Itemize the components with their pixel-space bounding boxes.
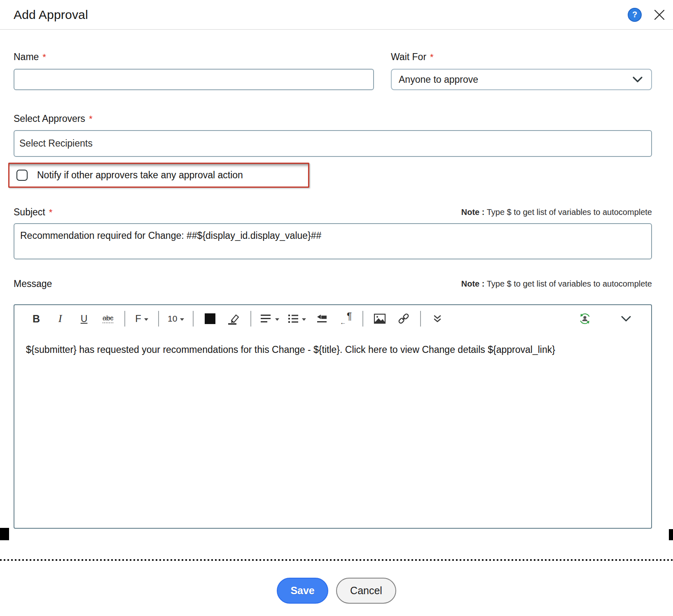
insert-variable-button[interactable]: [577, 309, 593, 328]
bullet-list-icon: [287, 313, 299, 324]
toolbar-collapse-button[interactable]: [618, 309, 634, 328]
dialog-header: Add Approval ?: [0, 0, 673, 30]
subject-note: Note : Type $ to get list of variables t…: [461, 208, 652, 218]
notify-checkbox[interactable]: [16, 170, 28, 181]
message-editor: B I U abc F 10: [14, 304, 652, 529]
cancel-button[interactable]: Cancel: [336, 578, 396, 604]
close-icon: [653, 9, 666, 21]
dialog-footer: Save Cancel: [0, 578, 673, 604]
subject-value: Recommendation required for Change: ##${…: [20, 230, 321, 241]
outdent-button[interactable]: [314, 309, 330, 328]
annotation-highlight-box: Notify if other approvers take any appro…: [8, 163, 309, 188]
toolbar-divider: [250, 311, 251, 327]
font-family-button[interactable]: F: [134, 309, 150, 328]
link-icon: [397, 313, 410, 325]
paragraph-direction-button[interactable]: ¶←: [338, 309, 354, 328]
select-approvers-input[interactable]: Select Recipients: [14, 130, 652, 157]
wait-for-required-marker: *: [430, 52, 434, 62]
align-button[interactable]: [260, 309, 279, 328]
help-button[interactable]: ?: [628, 8, 642, 22]
select-approvers-required-marker: *: [89, 114, 93, 124]
name-label: Name: [14, 51, 39, 62]
footer-dotted-divider: [0, 559, 673, 561]
redaction-mark-left: [0, 528, 9, 540]
message-value: ${submitter} has requested your recommen…: [26, 344, 555, 355]
select-approvers-label: Select Approvers: [14, 113, 85, 124]
redaction-mark-right: [669, 529, 673, 540]
toolbar-divider: [158, 311, 159, 327]
name-input[interactable]: [14, 69, 374, 90]
close-button[interactable]: [653, 9, 666, 21]
strikethrough-icon: abc: [103, 314, 113, 323]
subject-label: Subject: [14, 207, 45, 217]
subject-required-marker: *: [49, 207, 53, 217]
select-approvers-placeholder: Select Recipients: [19, 138, 93, 149]
message-input[interactable]: ${submitter} has requested your recommen…: [14, 332, 651, 528]
message-label: Message: [14, 278, 52, 289]
toolbar-divider: [124, 311, 125, 327]
notify-checkbox-label: Notify if other approvers take any appro…: [37, 170, 243, 181]
bold-button[interactable]: B: [28, 309, 44, 328]
underline-button[interactable]: U: [76, 309, 92, 328]
caret-down-icon: [302, 318, 306, 321]
toolbar-divider: [193, 311, 194, 327]
insert-image-button[interactable]: [372, 309, 388, 328]
align-left-icon: [260, 313, 272, 324]
caret-down-icon: [180, 318, 184, 321]
chevron-down-icon: [621, 315, 631, 322]
toolbar-divider: [420, 311, 421, 327]
pilcrow-icon: ¶←: [340, 313, 352, 325]
image-icon: [374, 313, 386, 324]
toolbar-divider: [362, 311, 363, 327]
double-chevron-down-icon: [432, 314, 442, 323]
wait-for-label: Wait For: [391, 51, 426, 62]
highlighter-icon: [227, 313, 241, 325]
caret-down-icon: [144, 318, 148, 321]
list-button[interactable]: [287, 309, 306, 328]
dialog-title: Add Approval: [14, 8, 88, 22]
wait-for-select[interactable]: Anyone to approve: [391, 69, 652, 90]
strikethrough-button[interactable]: abc: [100, 309, 116, 328]
italic-button[interactable]: I: [52, 309, 68, 328]
save-button[interactable]: Save: [277, 578, 328, 604]
more-tools-button[interactable]: [430, 309, 445, 328]
user-sync-icon: [578, 312, 592, 326]
font-family-icon: F: [135, 313, 141, 324]
caret-down-icon: [275, 318, 279, 321]
question-mark-icon: ?: [632, 10, 637, 19]
font-color-button[interactable]: [202, 309, 218, 328]
font-size-button[interactable]: 10: [168, 309, 184, 328]
font-size-value: 10: [168, 314, 177, 324]
highlight-color-button[interactable]: [226, 309, 242, 328]
subject-input[interactable]: Recommendation required for Change: ##${…: [14, 223, 652, 259]
message-note: Note : Type $ to get list of variables t…: [461, 279, 652, 289]
editor-toolbar: B I U abc F 10: [14, 305, 651, 332]
chevron-down-icon: [632, 76, 643, 83]
name-required-marker: *: [42, 52, 46, 62]
dialog-body: Name* Wait For* Anyone to approve Select…: [0, 51, 673, 529]
wait-for-selected-value: Anyone to approve: [399, 74, 478, 85]
font-color-icon: [205, 313, 215, 324]
outdent-icon: [316, 313, 328, 324]
insert-link-button[interactable]: [396, 309, 411, 328]
